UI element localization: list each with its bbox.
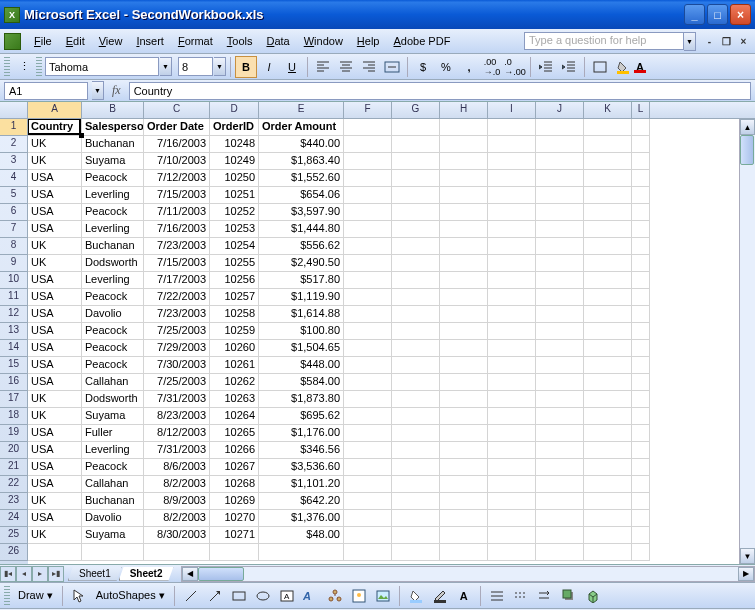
cell[interactable]: USA: [28, 272, 82, 289]
cell[interactable]: [344, 221, 392, 238]
name-box[interactable]: A1: [4, 82, 88, 100]
font-size-select[interactable]: 8: [178, 57, 213, 76]
cell[interactable]: 10248: [210, 136, 259, 153]
cell[interactable]: [344, 527, 392, 544]
cell[interactable]: [344, 374, 392, 391]
cell[interactable]: $1,376.00: [259, 510, 344, 527]
cell[interactable]: [584, 136, 632, 153]
cell[interactable]: 10256: [210, 272, 259, 289]
cell[interactable]: Peacock: [82, 170, 144, 187]
fill-color-draw-button[interactable]: [405, 585, 427, 607]
cell[interactable]: [392, 255, 440, 272]
cell[interactable]: [584, 493, 632, 510]
cell[interactable]: [440, 170, 488, 187]
cell[interactable]: [632, 323, 650, 340]
cell[interactable]: [632, 374, 650, 391]
cell[interactable]: [488, 170, 536, 187]
row-header-8[interactable]: 8: [0, 238, 28, 255]
col-header-E[interactable]: E: [259, 102, 344, 118]
sheet-tab-sheet1[interactable]: Sheet1: [68, 567, 122, 581]
col-header-A[interactable]: A: [28, 102, 82, 118]
cell[interactable]: [344, 493, 392, 510]
cell[interactable]: [632, 306, 650, 323]
cell[interactable]: [536, 527, 584, 544]
cell[interactable]: $517.80: [259, 272, 344, 289]
row-header-22[interactable]: 22: [0, 476, 28, 493]
cell[interactable]: 7/23/2003: [144, 306, 210, 323]
cell[interactable]: 10257: [210, 289, 259, 306]
cell[interactable]: USA: [28, 340, 82, 357]
row-header-5[interactable]: 5: [0, 187, 28, 204]
cell[interactable]: [536, 323, 584, 340]
cell[interactable]: USA: [28, 442, 82, 459]
cell[interactable]: [488, 187, 536, 204]
cell[interactable]: [344, 408, 392, 425]
cell[interactable]: USA: [28, 476, 82, 493]
cell[interactable]: [536, 170, 584, 187]
align-right-button[interactable]: [358, 56, 380, 78]
cell[interactable]: $1,552.60: [259, 170, 344, 187]
cell[interactable]: [632, 510, 650, 527]
cell[interactable]: [632, 272, 650, 289]
scroll-up-arrow-icon[interactable]: ▲: [740, 119, 755, 135]
menu-edit[interactable]: Edit: [59, 32, 92, 50]
cell[interactable]: [632, 170, 650, 187]
cell[interactable]: Leverling: [82, 221, 144, 238]
row-header-23[interactable]: 23: [0, 493, 28, 510]
row-header-15[interactable]: 15: [0, 357, 28, 374]
cell[interactable]: 10263: [210, 391, 259, 408]
cell[interactable]: Salesperson: [82, 119, 144, 136]
cell[interactable]: 7/11/2003: [144, 204, 210, 221]
cell[interactable]: [392, 425, 440, 442]
cell[interactable]: [344, 459, 392, 476]
cell[interactable]: $3,597.90: [259, 204, 344, 221]
cell[interactable]: [488, 510, 536, 527]
cell[interactable]: [344, 289, 392, 306]
cell[interactable]: [344, 391, 392, 408]
comma-button[interactable]: ,: [458, 56, 480, 78]
currency-button[interactable]: $: [412, 56, 434, 78]
cell[interactable]: 10267: [210, 459, 259, 476]
cell[interactable]: Dodsworth: [82, 391, 144, 408]
cell[interactable]: [632, 136, 650, 153]
fill-color-button[interactable]: [612, 56, 634, 78]
cell[interactable]: [344, 238, 392, 255]
italic-button[interactable]: I: [258, 56, 280, 78]
cell[interactable]: [584, 272, 632, 289]
cell[interactable]: 8/2/2003: [144, 510, 210, 527]
menu-view[interactable]: View: [92, 32, 130, 50]
cell[interactable]: [440, 289, 488, 306]
cell[interactable]: [392, 306, 440, 323]
cell[interactable]: [536, 459, 584, 476]
row-header-18[interactable]: 18: [0, 408, 28, 425]
cell[interactable]: [344, 119, 392, 136]
cell[interactable]: [584, 442, 632, 459]
cell[interactable]: [392, 153, 440, 170]
cell[interactable]: Leverling: [82, 187, 144, 204]
vertical-scrollbar[interactable]: ▲ ▼: [739, 119, 755, 564]
cell[interactable]: [536, 425, 584, 442]
cell[interactable]: [392, 119, 440, 136]
cell[interactable]: Buchanan: [82, 136, 144, 153]
cell[interactable]: [440, 459, 488, 476]
cell[interactable]: [440, 425, 488, 442]
cell[interactable]: USA: [28, 357, 82, 374]
cell[interactable]: 7/15/2003: [144, 255, 210, 272]
cell[interactable]: [392, 289, 440, 306]
font-size-arrow-icon[interactable]: ▼: [214, 57, 226, 76]
row-header-3[interactable]: 3: [0, 153, 28, 170]
cell[interactable]: 7/22/2003: [144, 289, 210, 306]
cell[interactable]: OrderID: [210, 119, 259, 136]
name-box-arrow-icon[interactable]: ▼: [92, 81, 104, 100]
cell[interactable]: UK: [28, 527, 82, 544]
cell[interactable]: [488, 357, 536, 374]
cell[interactable]: [488, 204, 536, 221]
cell[interactable]: [488, 136, 536, 153]
align-center-button[interactable]: [335, 56, 357, 78]
cell[interactable]: [584, 357, 632, 374]
cell[interactable]: [536, 510, 584, 527]
cell[interactable]: 10260: [210, 340, 259, 357]
cell[interactable]: [392, 136, 440, 153]
cell[interactable]: [536, 221, 584, 238]
cell[interactable]: [344, 255, 392, 272]
